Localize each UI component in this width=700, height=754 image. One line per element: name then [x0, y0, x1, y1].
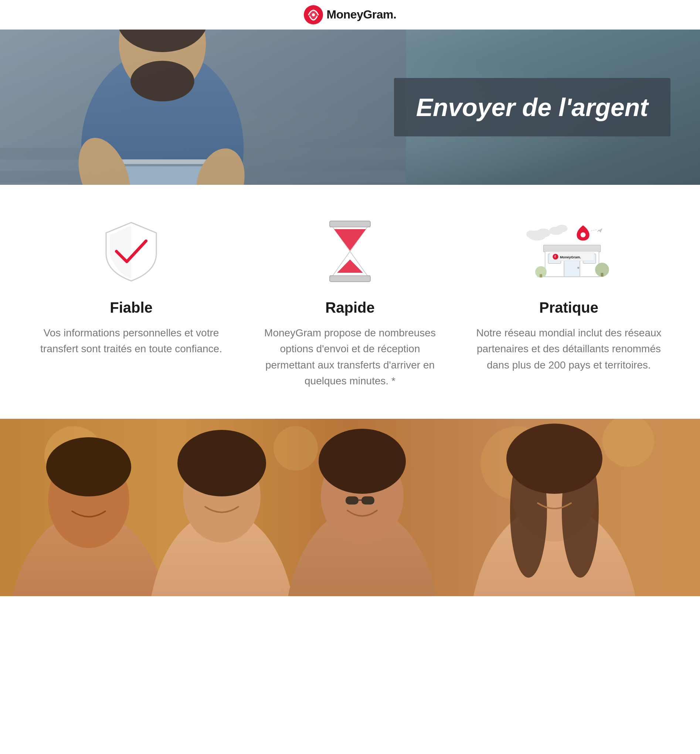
svg-point-9	[130, 61, 194, 101]
feature-rapide: Rapide MoneyGram propose de nombreuses o…	[256, 214, 444, 389]
feature-pratique-desc: Notre réseau mondial inclut des réseaux …	[475, 325, 663, 373]
group-photo-illustration	[0, 419, 700, 596]
shield-icon-area	[102, 214, 161, 288]
hero-title: Envoyer de l'argent	[416, 93, 648, 122]
features-section: Fiable Vos informations personnelles et …	[0, 185, 700, 419]
feature-fiable-title: Fiable	[110, 299, 153, 316]
store-icon: MoneyGram.	[525, 218, 613, 285]
svg-line-27	[591, 230, 597, 231]
feature-pratique: MoneyGram. Pratique Notre réseau mondial…	[475, 214, 663, 373]
shield-icon	[102, 218, 161, 285]
svg-rect-16	[330, 276, 370, 282]
svg-rect-64	[0, 419, 700, 596]
feature-rapide-desc: MoneyGram propose de nombreuses options …	[256, 325, 444, 389]
svg-point-33	[577, 267, 579, 269]
hero-banner: Envoyer de l'argent	[0, 30, 700, 185]
svg-rect-39	[540, 274, 542, 278]
svg-point-24	[556, 225, 568, 233]
svg-point-25	[581, 233, 586, 238]
logo-text: MoneyGram.	[327, 8, 397, 22]
moneygram-logo-icon	[304, 5, 323, 24]
bottom-photo-strip	[0, 419, 700, 596]
store-icon-area: MoneyGram.	[525, 214, 613, 288]
svg-point-1	[312, 13, 315, 16]
hourglass-icon	[326, 218, 374, 285]
hourglass-icon-area	[326, 214, 374, 288]
svg-marker-26	[597, 228, 602, 232]
header: MoneyGram.	[0, 0, 700, 30]
feature-fiable-desc: Vos informations personnelles et votre t…	[37, 325, 225, 357]
svg-rect-41	[601, 273, 603, 277]
svg-text:MoneyGram.: MoneyGram.	[560, 255, 581, 259]
svg-point-21	[537, 228, 551, 237]
svg-rect-15	[330, 221, 370, 227]
logo-container: MoneyGram.	[304, 5, 397, 24]
feature-pratique-title: Pratique	[539, 299, 598, 316]
hero-overlay: Envoyer de l'argent	[394, 78, 670, 136]
feature-rapide-title: Rapide	[325, 299, 374, 316]
hero-person-illustration	[0, 30, 406, 185]
svg-rect-28	[543, 245, 600, 252]
feature-fiable: Fiable Vos informations personnelles et …	[37, 214, 225, 357]
svg-point-22	[526, 230, 536, 238]
